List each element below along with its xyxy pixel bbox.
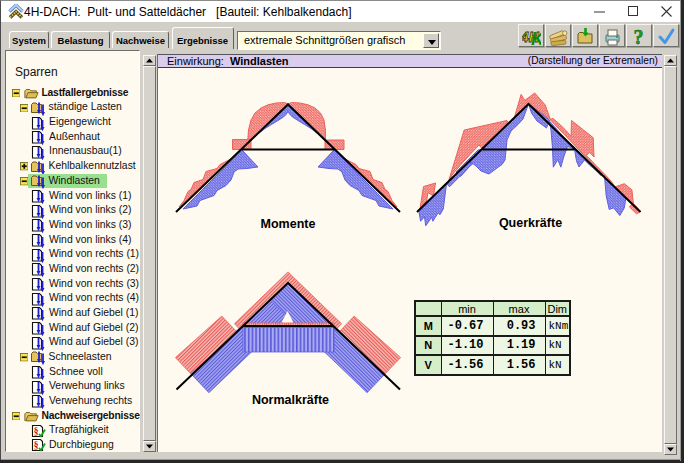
- svg-text:K: K: [531, 29, 541, 47]
- svg-text:?: ?: [633, 27, 643, 46]
